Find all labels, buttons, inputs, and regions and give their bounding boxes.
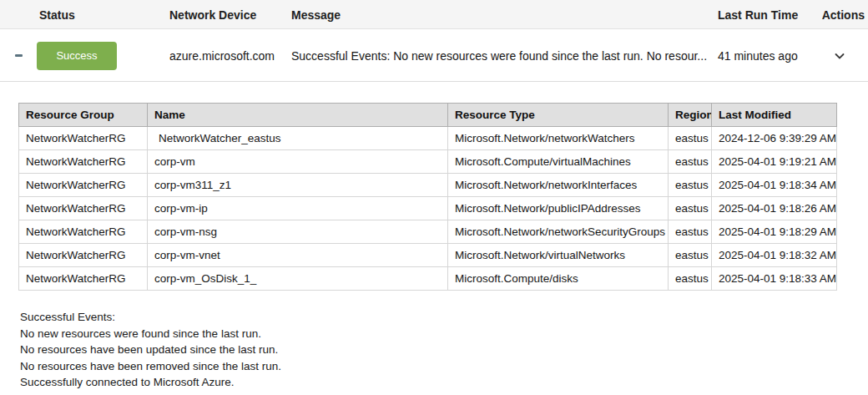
cell-resource-group: NetworkWatcherRG — [19, 174, 148, 197]
resource-table-header-row: Resource Group Name Resource Type Region… — [19, 104, 837, 127]
column-header-resource-type: Resource Type — [448, 104, 669, 127]
cell-last-modified: 2025-04-01 9:18:26 AM — [712, 197, 837, 220]
event-summary-line: No resources have been updated since the… — [20, 342, 868, 358]
cell-name: NetworkWatcher_eastus — [148, 127, 448, 150]
table-row: NetworkWatcherRGcorp-vm_OsDisk_1_Microso… — [19, 267, 837, 291]
device-row: Success azure.microsoft.com Successful E… — [0, 29, 868, 82]
cell-last-modified: 2025-04-01 9:18:33 AM — [712, 267, 837, 291]
cell-resource-type: Microsoft.Network/networkSecurityGroups — [448, 220, 669, 244]
event-summary-line: Successfully connected to Microsoft Azur… — [20, 374, 868, 391]
column-header-status: Status — [39, 0, 75, 29]
table-row: NetworkWatcherRGcorp-vm-vnetMicrosoft.Ne… — [19, 244, 837, 267]
cell-resource-type: Microsoft.Compute/virtualMachines — [448, 150, 669, 174]
actions-menu-button[interactable] — [832, 29, 847, 82]
cell-resource-group: NetworkWatcherRG — [19, 267, 148, 291]
cell-name: corp-vm — [148, 150, 448, 174]
chevron-down-icon — [833, 49, 846, 63]
resource-table-body: NetworkWatcherRGNetworkWatcher_eastusMic… — [19, 127, 837, 291]
collapse-row-toggle[interactable] — [12, 29, 25, 82]
column-header-message: Message — [291, 0, 341, 29]
resource-table: Resource Group Name Resource Type Region… — [18, 103, 837, 291]
column-header-last-modified: Last Modified — [712, 104, 837, 127]
cell-resource-type: Microsoft.Network/networkWatchers — [448, 127, 669, 150]
message-value: Successful Events: No new resources were… — [291, 29, 707, 82]
cell-region: eastus — [669, 174, 712, 197]
table-row: NetworkWatcherRGcorp-vm-ipMicrosoft.Netw… — [19, 197, 837, 220]
device-list-header: Status Network Device Message Last Run T… — [0, 0, 868, 29]
cell-name: corp-vm-nsg — [148, 220, 448, 244]
cell-region: eastus — [669, 220, 712, 244]
cell-resource-group: NetworkWatcherRG — [19, 197, 148, 220]
cell-resource-type: Microsoft.Network/virtualNetworks — [448, 244, 669, 267]
cell-region: eastus — [669, 244, 712, 267]
cell-resource-type: Microsoft.Network/publicIPAddresses — [448, 197, 669, 220]
cell-resource-group: NetworkWatcherRG — [19, 244, 148, 267]
cell-resource-group: NetworkWatcherRG — [19, 220, 148, 244]
cell-resource-group: NetworkWatcherRG — [19, 150, 148, 174]
event-summary-line: No new resources were found since the la… — [20, 326, 868, 342]
cell-resource-type: Microsoft.Compute/disks — [448, 267, 669, 291]
column-header-name: Name — [148, 104, 448, 127]
network-device-value: azure.microsoft.com — [169, 29, 275, 82]
cell-name: corp-vm_OsDisk_1_ — [148, 267, 448, 291]
cell-region: eastus — [669, 267, 712, 291]
event-summary: Successful Events:No new resources were … — [20, 309, 868, 391]
cell-last-modified: 2024-12-06 9:39:29 AM — [712, 127, 837, 150]
minus-icon — [15, 54, 23, 57]
table-row: NetworkWatcherRGcorp-vm311_z1Microsoft.N… — [19, 174, 837, 197]
status-badge[interactable]: Success — [37, 42, 117, 70]
column-header-region: Region — [669, 104, 712, 127]
cell-name: corp-vm-vnet — [148, 244, 448, 267]
cell-name: corp-vm311_z1 — [148, 174, 448, 197]
cell-resource-type: Microsoft.Network/networkInterfaces — [448, 174, 669, 197]
table-row: NetworkWatcherRGNetworkWatcher_eastusMic… — [19, 127, 837, 150]
column-header-resource-group: Resource Group — [19, 104, 148, 127]
cell-name: corp-vm-ip — [148, 197, 448, 220]
event-summary-line: No resources have been removed since the… — [20, 358, 868, 375]
cell-resource-group: NetworkWatcherRG — [19, 127, 148, 150]
cell-region: eastus — [669, 150, 712, 174]
cell-region: eastus — [669, 197, 712, 220]
column-header-actions: Actions — [822, 0, 865, 29]
cell-region: eastus — [669, 127, 712, 150]
table-row: NetworkWatcherRGcorp-vmMicrosoft.Compute… — [19, 150, 837, 174]
column-header-last-run-time: Last Run Time — [718, 0, 798, 29]
event-summary-line: Successful Events: — [20, 309, 868, 326]
cell-last-modified: 2025-04-01 9:19:21 AM — [712, 150, 837, 174]
table-row: NetworkWatcherRGcorp-vm-nsgMicrosoft.Net… — [19, 220, 837, 244]
resource-table-container: Resource Group Name Resource Type Region… — [18, 103, 868, 291]
cell-last-modified: 2025-04-01 9:18:32 AM — [712, 244, 837, 267]
column-header-network-device: Network Device — [169, 0, 256, 29]
cell-last-modified: 2025-04-01 9:18:34 AM — [712, 174, 837, 197]
cell-last-modified: 2025-04-01 9:18:29 AM — [712, 220, 837, 244]
last-run-time-value: 41 minutes ago — [718, 29, 798, 82]
